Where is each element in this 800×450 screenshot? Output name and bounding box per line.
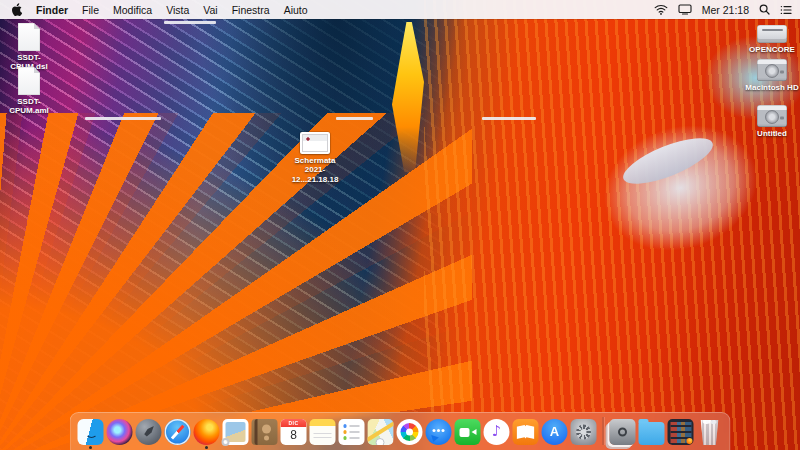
dock-trash[interactable] [697,419,723,445]
facetime-icon [455,419,481,445]
dock-itunes[interactable] [484,419,510,445]
menu-vai[interactable]: Vai [203,4,217,16]
sysprefs-icon [571,419,597,445]
dock-maps[interactable] [368,419,394,445]
dock-safari[interactable] [165,419,191,445]
contacts-icon [252,419,278,445]
dock-notes[interactable] [310,419,336,445]
artifact-line-2 [85,117,161,120]
photos-icon [397,419,423,445]
dock-contacts[interactable] [252,419,278,445]
reminders-icon [339,419,365,445]
file-label: SSDT-CPUM.aml [1,97,57,116]
dock-calendar[interactable]: DIC8 [281,419,307,445]
preview-icon [223,419,249,445]
dock-finder[interactable] [78,419,104,445]
launchpad-icon [136,419,162,445]
dock-photos[interactable] [397,419,423,445]
dock-facetime[interactable] [455,419,481,445]
drive-label: Macintosh HD [745,83,798,92]
messages-icon [426,419,452,445]
calendar-month-label: DIC [281,419,307,427]
desktop-file-screenshot[interactable]: Schermata 2021-12...21.18.18 [283,132,347,184]
display-mirroring-icon[interactable] [678,4,692,15]
calendar-day-label: 8 [281,427,307,443]
apple-menu-icon[interactable] [11,3,22,16]
calendar-icon: DIC8 [281,419,307,445]
desktop[interactable]: Finder FileModificaVistaVaiFinestraAiuto… [0,0,800,450]
dock-appstore[interactable] [542,419,568,445]
artifact-line-3 [336,117,373,120]
safari-icon [165,419,191,445]
internal-drive-icon [757,59,787,81]
document-icon [18,67,40,95]
menu-bar-left: Finder FileModificaVistaVaiFinestraAiuto [0,3,308,16]
books-icon [513,419,539,445]
trash-icon [699,420,720,445]
desktop-file-ssdt-dsl[interactable]: SSDT-CPUM.dsl [1,23,57,72]
dock-divider [603,417,604,445]
appstack-icon [610,419,636,445]
menu-modifica[interactable]: Modifica [113,4,152,16]
dock: DIC8 [70,412,731,450]
menu-aiuto[interactable]: Aiuto [284,4,308,16]
dock-books[interactable] [513,419,539,445]
dock-siri[interactable] [107,419,133,445]
finder-icon [78,419,104,445]
dock-downloads[interactable] [668,419,694,445]
itunes-icon [484,419,510,445]
dock-launchpad[interactable] [136,419,162,445]
firefox-icon [194,419,220,445]
artifact-line-4 [482,117,536,120]
siri-icon [107,419,133,445]
maps-icon [368,419,394,445]
downloads-icon [668,419,694,445]
desktop-drive-opencore[interactable]: OPENCORE [744,25,800,54]
screenshot-thumbnail-icon [300,132,330,154]
docfolder-icon [639,422,665,445]
dock-reminders[interactable] [339,419,365,445]
menu-bar-clock[interactable]: Mer 21:18 [702,4,749,16]
dock-preview[interactable] [223,419,249,445]
desktop-file-ssdt-aml[interactable]: SSDT-CPUM.aml [1,67,57,116]
dock-messages[interactable] [426,419,452,445]
wallpaper-layer-orange-fan [0,113,472,450]
spotlight-search-icon[interactable] [759,4,770,15]
dock-appstack[interactable] [610,419,636,445]
wifi-icon[interactable] [654,4,668,15]
menu-app-name[interactable]: Finder [36,4,68,16]
dock-firefox[interactable] [194,419,220,445]
document-icon [18,23,40,51]
desktop-drive-macintosh-hd[interactable]: Macintosh HD [744,59,800,92]
notification-center-icon[interactable] [780,5,792,15]
menu-finestra[interactable]: Finestra [232,4,270,16]
dock-docfolder[interactable] [639,419,665,445]
menu-vista[interactable]: Vista [166,4,189,16]
file-label: Schermata 2021-12...21.18.18 [283,156,347,184]
artifact-line-1 [164,21,216,24]
drive-label: Untitled [757,129,787,138]
dock-sysprefs[interactable] [571,419,597,445]
appstore-icon [542,419,568,445]
menu-file[interactable]: File [82,4,99,16]
desktop-drive-untitled[interactable]: Untitled [744,105,800,138]
notes-icon [310,419,336,445]
menu-list: FileModificaVistaVaiFinestraAiuto [82,4,307,16]
menu-bar-status: Mer 21:18 [654,4,800,16]
internal-drive-icon [757,105,787,127]
drive-label: OPENCORE [749,45,795,54]
menu-bar: Finder FileModificaVistaVaiFinestraAiuto… [0,0,800,19]
external-drive-icon [757,25,787,43]
